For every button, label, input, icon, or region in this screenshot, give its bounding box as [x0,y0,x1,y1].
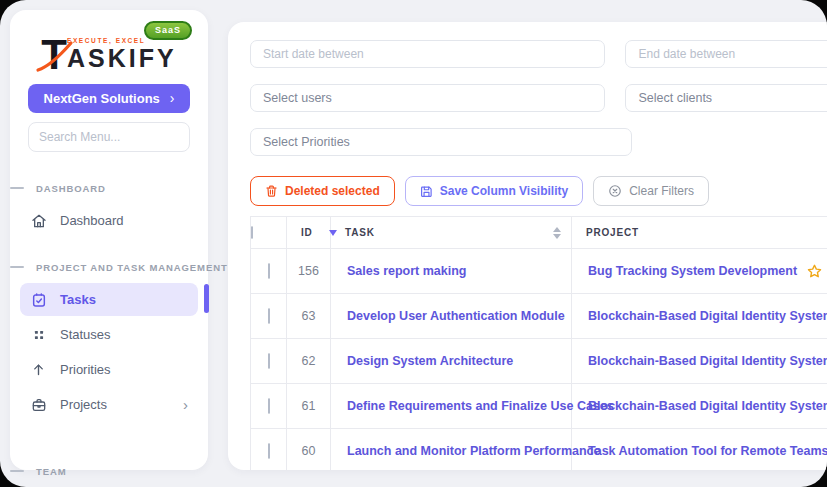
grid-dots-icon [30,326,47,343]
clear-circle-icon [608,184,622,198]
sidebar-item-label: Tasks [60,292,96,307]
sidebar-item-statuses[interactable]: Statuses [20,318,198,351]
main-content: Select users Select clients Select Prior… [228,22,827,470]
app-window: T EXECUTE, EXCEL ASKIFY SaaS NextGen Sol… [0,0,827,487]
section-dash-icon [10,187,24,189]
table-row: 60 Launch and Monitor Platform Performan… [251,429,827,471]
sidebar-item-label: Priorities [60,362,111,377]
logo-tagline: EXECUTE, EXCEL [67,37,145,44]
sort-desc-icon[interactable] [329,230,337,236]
delete-selected-label: Deleted selected [285,184,380,198]
menu-search-input[interactable] [28,122,190,152]
select-users-dropdown[interactable]: Select users [250,84,605,112]
clear-filters-button[interactable]: Clear Filters [593,176,709,206]
row-checkbox[interactable] [268,353,270,369]
row-checkbox[interactable] [268,398,270,414]
sidebar-item-priorities[interactable]: Priorities [20,353,198,386]
save-icon [420,185,433,198]
taskify-logo: T EXECUTE, EXCEL ASKIFY SaaS [34,26,184,72]
logo-letter-t: T [41,38,67,72]
start-date-input[interactable] [250,40,605,68]
delete-selected-button[interactable]: Deleted selected [250,176,395,206]
workspace-switcher-button[interactable]: NextGen Solutions › [28,84,190,113]
task-link[interactable]: Develop User Authentication Module [347,309,565,323]
sidebar-item-tasks[interactable]: Tasks [20,283,198,316]
task-clipboard-icon [30,291,47,308]
chevron-right-icon: › [170,90,175,106]
project-link[interactable]: Blockchain-Based Digital Identity System [588,354,827,368]
task-id: 61 [287,384,331,429]
sidebar-item-label: Projects [60,397,107,412]
row-checkbox[interactable] [268,263,270,279]
column-header-project: PROJECT [586,227,639,238]
select-priorities-dropdown[interactable]: Select Priorities [250,128,632,156]
save-column-visibility-button[interactable]: Save Column Visibility [405,176,583,206]
task-link[interactable]: Launch and Monitor Platform Performance [347,444,601,458]
task-link[interactable]: Define Requirements and Finalize Use Cas… [347,399,614,413]
select-clients-dropdown[interactable]: Select clients [625,84,827,112]
logo-wordmark: ASKIFY [67,46,177,71]
table-toolbar: Deleted selected Save Column Visibility … [250,176,827,206]
favorite-star-icon[interactable] [806,263,823,280]
table-row: 63 Develop User Authentication Module Bl… [251,294,827,339]
section-title-team: TEAM [28,463,190,479]
table-row: 61 Define Requirements and Finalize Use … [251,384,827,429]
sidebar-item-label: Dashboard [60,213,124,228]
task-id: 63 [287,294,331,339]
sidebar-item-label: Statuses [60,327,111,342]
save-column-visibility-label: Save Column Visibility [440,184,568,198]
task-id: 60 [287,429,331,471]
project-link[interactable]: Blockchain-Based Digital Identity System [588,399,827,413]
sidebar: T EXECUTE, EXCEL ASKIFY SaaS NextGen Sol… [10,10,208,470]
workspace-label: NextGen Solutions [44,91,160,106]
section-dash-icon [10,470,24,472]
section-dash-icon [10,266,24,268]
task-id: 62 [287,339,331,384]
project-link[interactable]: Blockchain-Based Digital Identity System [588,309,827,323]
row-checkbox[interactable] [268,443,270,459]
arrow-up-icon [30,361,47,378]
end-date-input[interactable] [625,40,827,68]
table-header-row: ID TASK PROJECT [251,217,827,249]
task-link[interactable]: Sales report making [347,264,467,278]
task-link[interactable]: Design System Architecture [347,354,513,368]
tasks-table: ID TASK PROJECT 156 [250,216,827,470]
column-header-id: ID [301,227,313,238]
table-row: 62 Design System Architecture Blockchain… [251,339,827,384]
section-title-dashboard: DASHBOARD [28,180,190,196]
saas-badge: SaaS [144,21,192,40]
home-icon [30,212,47,229]
row-checkbox[interactable] [268,308,270,324]
project-link[interactable]: Bug Tracking System Development [588,264,797,278]
column-header-task: TASK [345,227,375,238]
sort-icon[interactable] [553,227,561,239]
sidebar-nav: DASHBOARD Dashboard PROJECT AND TASK MAN… [28,180,190,479]
section-title-project-task: PROJECT AND TASK MANAGEMENT [28,259,190,275]
select-all-checkbox[interactable] [251,226,253,239]
project-link[interactable]: Task Automation Tool for Remote Teams [588,444,827,458]
task-id: 156 [287,249,331,294]
briefcase-icon [30,396,47,413]
chevron-right-icon: › [183,397,188,412]
trash-icon [265,184,278,198]
sidebar-item-projects[interactable]: Projects › [20,388,198,421]
clear-filters-label: Clear Filters [629,184,694,198]
active-item-indicator [204,284,209,313]
table-row: 156 Sales report making Bug Tracking Sys… [251,249,827,294]
sidebar-item-dashboard[interactable]: Dashboard [20,204,198,237]
